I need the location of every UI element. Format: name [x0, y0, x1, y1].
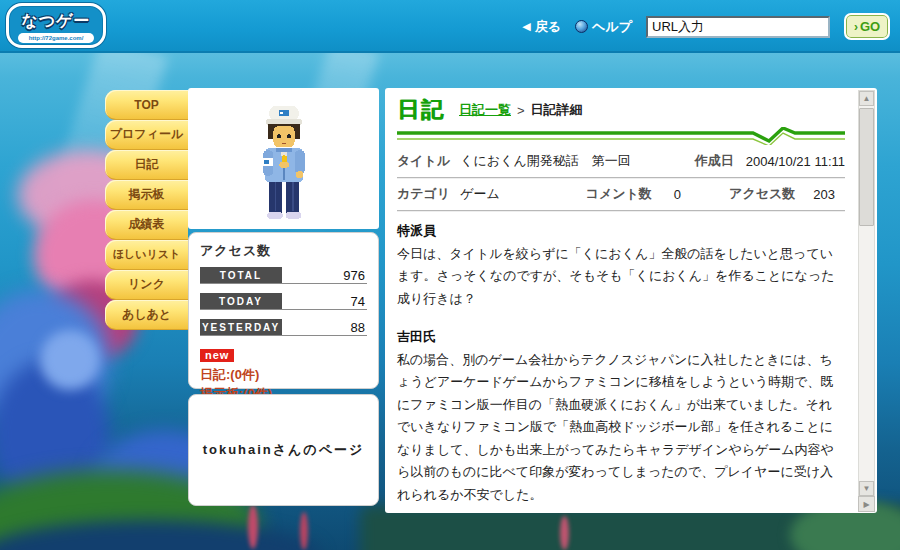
- go-button[interactable]: › GO: [844, 13, 890, 40]
- sidebar-menu: TOP プロフィール 日記 掲示板 成績表 ほしいリスト リンク あしあと: [105, 90, 188, 330]
- diary-main-panel: 日記 日記一覧 > 日記詳細 タイトル くにおくん開発秘話 第一回 作成日 20…: [385, 88, 877, 513]
- access-title: アクセス数: [200, 242, 367, 260]
- help-orb-icon: [575, 20, 588, 33]
- sidebar-item-label: ほしいリスト: [113, 247, 181, 262]
- owner-panel: tokuhainさんのページ: [188, 394, 379, 506]
- back-label: 戻る: [535, 18, 561, 36]
- sidebar-item-label: 掲示板: [129, 186, 165, 203]
- breadcrumb: 日記一覧 > 日記詳細: [459, 101, 583, 119]
- access-count-label: アクセス数: [729, 185, 795, 203]
- access-row-value: 976: [343, 268, 367, 283]
- breadcrumb-diary-list-link[interactable]: 日記一覧: [459, 101, 511, 119]
- access-row-total: TOTAL 976: [200, 267, 367, 284]
- vertical-scrollbar[interactable]: ▲ ▼: [858, 90, 875, 497]
- diary-entry: 特派員 今日は、タイトルを絞らずに「くにおくん」全般の話をしたいと思っています。…: [397, 220, 845, 310]
- sidebar-item-label: 日記: [135, 156, 159, 173]
- sidebar-item-label: リンク: [128, 276, 165, 293]
- created-label: 作成日: [695, 152, 734, 170]
- diary-title-row: タイトル くにおくん開発秘話 第一回 作成日 2004/10/21 11:11: [397, 145, 845, 178]
- access-row-today: TODAY 74: [200, 293, 367, 310]
- access-panel: アクセス数 TOTAL 976 TODAY 74 YESTERDAY 88 ne…: [188, 232, 379, 389]
- sidebar-item-diary[interactable]: 日記: [105, 150, 188, 180]
- new-badge: new: [200, 349, 234, 362]
- diary-header: 日記 日記一覧 > 日記詳細: [397, 95, 845, 125]
- diary-article: 特派員 今日は、タイトルを絞らずに「くにおくん」全般の話をしたいと思っています。…: [397, 211, 845, 513]
- sidebar-item-links[interactable]: リンク: [105, 270, 188, 300]
- created-value: 2004/10/21 11:11: [746, 154, 845, 169]
- scroll-right-button[interactable]: ▶: [858, 496, 875, 512]
- sidebar-item-profile[interactable]: プロフィール: [105, 120, 188, 150]
- sidebar-item-top[interactable]: TOP: [105, 90, 188, 120]
- access-count-value: 203: [813, 187, 835, 202]
- access-row-label: TODAY: [200, 293, 282, 309]
- sidebar-item-footprints[interactable]: あしあと: [105, 300, 188, 330]
- new-diary-count[interactable]: 日記:(0件): [200, 365, 367, 384]
- scroll-up-button[interactable]: ▲: [859, 91, 874, 106]
- coral-blue-decoration: [40, 330, 100, 390]
- sidebar-item-scores[interactable]: 成績表: [105, 210, 188, 240]
- access-row-yesterday: YESTERDAY 88: [200, 319, 367, 336]
- site-logo-url: http://72game.com/: [18, 33, 94, 43]
- sidebar-item-label: TOP: [134, 98, 158, 112]
- title-label: タイトル: [397, 152, 450, 170]
- help-button[interactable]: ヘルプ: [575, 18, 632, 36]
- coral-red-decoration: [560, 516, 569, 550]
- header-nav: ◀ 戻る ヘルプ › GO: [522, 0, 890, 53]
- diary-section-title: 日記: [397, 95, 445, 125]
- back-button[interactable]: ◀ 戻る: [522, 18, 561, 36]
- title-value: くにおくん開発秘話 第一回: [460, 152, 687, 170]
- entry-speaker: 吉田氏: [397, 326, 845, 349]
- diary-entry: 吉田氏 私の場合、別のゲーム会社からテクノスジャパンに入社したときには、ちょうど…: [397, 326, 845, 506]
- green-divider-zigzag: [397, 127, 845, 145]
- category-value: ゲーム: [460, 185, 585, 203]
- entry-speaker: 特派員: [397, 220, 845, 243]
- sidebar-item-board[interactable]: 掲示板: [105, 180, 188, 210]
- owner-page-label: tokuhainさんのページ: [203, 441, 365, 459]
- access-row-value: 74: [351, 294, 367, 309]
- scroll-down-button[interactable]: ▼: [859, 481, 874, 496]
- site-logo-title: なつゲー: [9, 11, 103, 32]
- back-arrow-icon: ◀: [522, 20, 530, 33]
- avatar-panel: [188, 88, 379, 229]
- go-label: GO: [860, 19, 880, 34]
- sidebar-item-label: あしあと: [122, 306, 171, 323]
- comments-value: 0: [674, 187, 681, 202]
- entry-text: 私の場合、別のゲーム会社からテクノスジャパンに入社したときには、ちょうどアーケー…: [397, 349, 845, 507]
- top-header-bar: なつゲー http://72game.com/ ◀ 戻る ヘルプ › GO: [0, 0, 900, 53]
- avatar: [248, 104, 320, 222]
- access-row-label: TOTAL: [200, 267, 282, 283]
- url-input[interactable]: [646, 16, 830, 38]
- sidebar-item-label: プロフィール: [110, 126, 183, 143]
- category-label: カテゴリ: [397, 185, 450, 203]
- coral-red-decoration: [300, 512, 308, 550]
- coral-red-decoration: [248, 505, 258, 549]
- breadcrumb-separator: >: [517, 103, 525, 118]
- diary-content: 日記 日記一覧 > 日記詳細 タイトル くにおくん開発秘話 第一回 作成日 20…: [385, 88, 877, 513]
- help-label: ヘルプ: [592, 18, 632, 36]
- access-row-value: 88: [351, 320, 367, 335]
- sidebar-item-wishlist[interactable]: ほしいリスト: [105, 240, 188, 270]
- scrollbar-thumb[interactable]: [859, 108, 874, 226]
- entry-text: 今日は、タイトルを絞らずに「くにおくん」全般の話をしたいと思っています。さっそく…: [397, 243, 845, 311]
- diary-meta-row: カテゴリ ゲーム コメント数 0 アクセス数 203: [397, 178, 845, 211]
- sidebar-item-label: 成績表: [129, 216, 165, 233]
- breadcrumb-current: 日記詳細: [531, 101, 583, 119]
- comments-label: コメント数: [586, 185, 652, 203]
- go-chevron-icon: ›: [854, 20, 858, 34]
- site-logo[interactable]: なつゲー http://72game.com/: [6, 3, 106, 48]
- access-row-label: YESTERDAY: [200, 319, 282, 335]
